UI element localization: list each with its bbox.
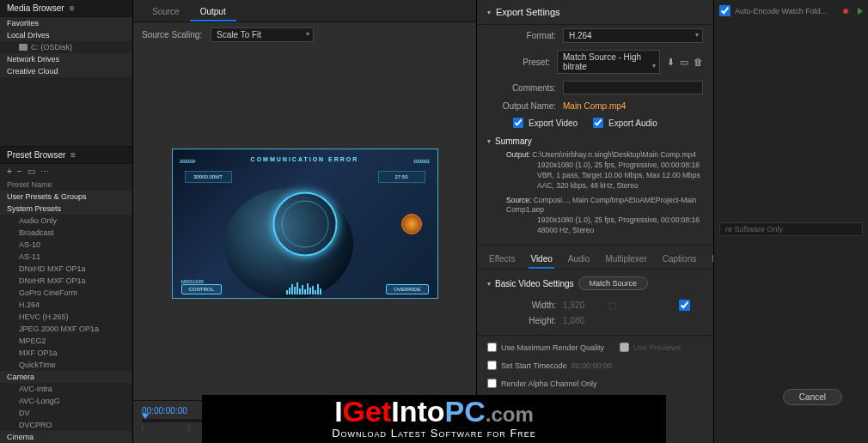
- network-drives-section[interactable]: Network Drives: [0, 53, 132, 65]
- preview-image: »»»» »»»» COMMUNICATION ERROR 30000.00MT…: [172, 149, 438, 299]
- preset-item[interactable]: Broadcast: [0, 227, 132, 239]
- user-presets[interactable]: User Presets & Groups: [0, 191, 132, 203]
- add-preset-icon[interactable]: +: [7, 167, 12, 176]
- auto-encode-row: Auto-Encode Watch Fold...: [719, 5, 863, 16]
- preset-item[interactable]: AS-11: [0, 251, 132, 263]
- export-tabs: Effects Video Audio Multiplexer Captions…: [477, 245, 713, 270]
- drive-c[interactable]: C: (OSDisk): [0, 41, 132, 53]
- tab-output[interactable]: Output: [190, 3, 236, 21]
- preset-item[interactable]: H.264: [0, 299, 132, 311]
- export-video-label: Export Video: [529, 118, 578, 128]
- export-settings-header[interactable]: Export Settings: [477, 0, 713, 25]
- preview-panel: Source Output Source Scaling: Scale To F…: [133, 0, 477, 443]
- media-browser-tab[interactable]: Media Browser: [7, 3, 64, 13]
- preset-browser-tab[interactable]: Preset Browser: [7, 150, 65, 160]
- hud-reticle: [272, 191, 337, 256]
- preset-item[interactable]: AS-10: [0, 239, 132, 251]
- preset-item[interactable]: AVC-LongG: [0, 395, 132, 407]
- summary-title[interactable]: Summary: [487, 137, 703, 146]
- tab-source[interactable]: Source: [142, 3, 190, 21]
- summary-source: Source: Composi..., Main Comp/tmpAEtoAME…: [487, 196, 703, 237]
- favorites-section[interactable]: Favorites: [0, 17, 132, 29]
- height-value[interactable]: 1,080: [563, 316, 584, 325]
- format-dropdown[interactable]: H.264: [563, 28, 703, 43]
- stop-icon[interactable]: [843, 9, 848, 14]
- set-start-checkbox[interactable]: [487, 361, 497, 370]
- width-match-checkbox[interactable]: [679, 300, 690, 311]
- width-label: Width:: [513, 300, 556, 310]
- preset-item[interactable]: JPEG 2000 MXF OP1a: [0, 323, 132, 335]
- system-presets[interactable]: System Presets: [0, 203, 132, 215]
- play-icon[interactable]: [858, 8, 863, 15]
- link-dimensions-icon[interactable]: ⬚: [608, 300, 616, 310]
- preset-settings-icon[interactable]: ⋯: [40, 167, 49, 176]
- tab-effects[interactable]: Effects: [487, 251, 517, 269]
- preset-toolbar: + − ▭ ⋯: [0, 164, 132, 179]
- preset-item[interactable]: QuickTime: [0, 359, 132, 371]
- delete-preset-icon[interactable]: 🗑: [694, 57, 703, 68]
- override-button: OVERRIDE: [386, 284, 428, 294]
- preset-item[interactable]: DV: [0, 407, 132, 419]
- width-row: Width: 1,920 ⬚: [487, 297, 703, 313]
- width-value[interactable]: 1,920: [563, 300, 584, 310]
- alpha-option[interactable]: Render Alpha Channel Only: [487, 379, 597, 388]
- preset-header: Preset Browser ≡: [0, 147, 132, 164]
- remove-preset-icon[interactable]: −: [17, 167, 22, 176]
- preset-item[interactable]: DVCPRO: [0, 419, 132, 431]
- hud-time: 27:50: [378, 171, 425, 183]
- comments-row: Comments:: [487, 77, 703, 98]
- match-source-button[interactable]: Match Source: [578, 276, 649, 290]
- scaling-dropdown[interactable]: Scale To Fit: [211, 27, 314, 42]
- scaling-row: Source Scaling: Scale To Fit: [133, 22, 476, 47]
- preset-item[interactable]: AVC-Intra: [0, 383, 132, 395]
- format-row: Format: H.264: [487, 25, 703, 46]
- set-start-option[interactable]: Set Start Timecode 00:00:00:00: [487, 361, 612, 370]
- height-label: Height:: [513, 316, 556, 325]
- import-preset-icon[interactable]: ▭: [680, 57, 688, 68]
- preset-item[interactable]: HEVC (H.265): [0, 311, 132, 323]
- close-icon[interactable]: ≡: [70, 3, 75, 13]
- local-drives-section[interactable]: Local Drives: [0, 29, 132, 41]
- panel-menu-icon[interactable]: ≡: [70, 150, 76, 160]
- use-previews-checkbox: [620, 343, 629, 352]
- max-quality-checkbox[interactable]: [487, 343, 497, 352]
- output-name-link[interactable]: Main Comp.mp4: [563, 101, 626, 111]
- hud-title: COMMUNICATION ERROR: [251, 156, 359, 162]
- preset-item[interactable]: MXF OP1a: [0, 347, 132, 359]
- export-video-checkbox[interactable]: [513, 118, 523, 128]
- max-quality-option[interactable]: Use Maximum Render Quality: [487, 343, 604, 352]
- save-preset-icon[interactable]: ⬇: [667, 57, 675, 68]
- preset-item[interactable]: Audio Only: [0, 215, 132, 227]
- drive-icon: [19, 44, 28, 51]
- tab-multiplexer[interactable]: Multiplexer: [603, 251, 648, 269]
- renderer-dropdown[interactable]: re Software Only: [719, 222, 863, 236]
- camera-section[interactable]: Camera: [0, 371, 132, 383]
- media-browser-panel: Media Browser ≡ Favorites Local Drives C…: [0, 0, 133, 443]
- comments-input[interactable]: [563, 81, 703, 94]
- creative-cloud-section[interactable]: Creative Cloud: [0, 65, 132, 77]
- playhead-icon[interactable]: [142, 414, 149, 419]
- preset-folder-icon[interactable]: ▭: [28, 167, 35, 176]
- tab-audio[interactable]: Audio: [566, 251, 592, 269]
- preset-item[interactable]: MPEG2: [0, 335, 132, 347]
- basic-video-title[interactable]: Basic Video Settings Match Source: [487, 276, 703, 290]
- tab-captions[interactable]: Captions: [661, 251, 698, 269]
- alpha-checkbox[interactable]: [487, 379, 497, 388]
- export-audio-checkbox[interactable]: [593, 118, 603, 128]
- tab-video[interactable]: Video: [529, 251, 553, 269]
- hud-overlay: »»»» »»»» COMMUNICATION ERROR 30000.00MT…: [173, 149, 437, 298]
- preset-item[interactable]: DNxHD MXF OP1a: [0, 263, 132, 275]
- comments-label: Comments:: [487, 83, 556, 93]
- cinema-section[interactable]: Cinema: [0, 431, 132, 443]
- summary-block: Summary Output: C:\Users\nirbhay.n.singh…: [477, 131, 713, 245]
- preset-dropdown[interactable]: Match Source - High bitrate: [557, 50, 660, 74]
- hud-radar-icon: [401, 214, 422, 234]
- preview-tabs: Source Output: [133, 0, 476, 22]
- output-name-row: Output Name: Main Comp.mp4: [487, 98, 703, 114]
- preset-item[interactable]: GoPro CineForm: [0, 287, 132, 299]
- auto-encode-label: Auto-Encode Watch Fold...: [735, 7, 827, 15]
- preset-browser-panel: Preset Browser ≡ + − ▭ ⋯ Preset Name Use…: [0, 146, 132, 443]
- auto-encode-checkbox[interactable]: [719, 5, 730, 16]
- queue-panel: Auto-Encode Watch Fold... re Software On…: [713, 0, 868, 443]
- preset-item[interactable]: DNxHR MXF OP1a: [0, 275, 132, 287]
